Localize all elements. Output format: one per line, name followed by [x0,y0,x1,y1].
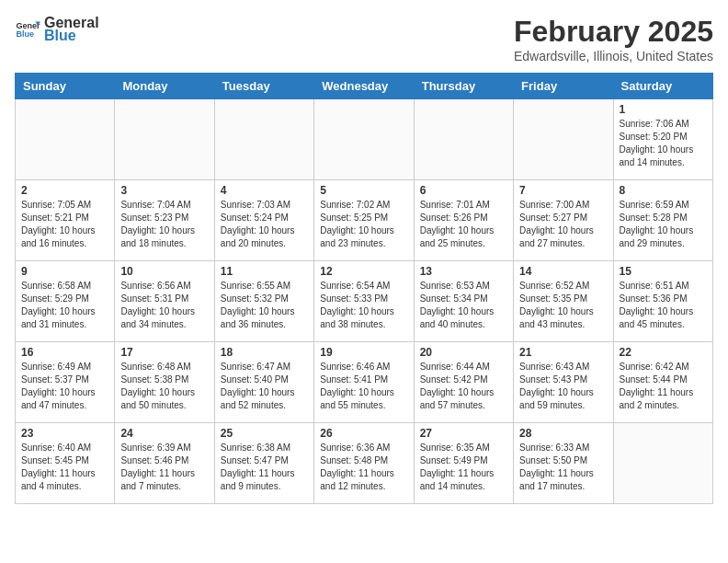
day-cell: 8Sunrise: 6:59 AM Sunset: 5:28 PM Daylig… [613,180,712,261]
day-cell: 16Sunrise: 6:49 AM Sunset: 5:37 PM Dayli… [16,342,115,423]
day-number: 13 [420,265,507,278]
day-number: 5 [320,184,407,197]
day-number: 14 [519,265,607,278]
day-info: Sunrise: 6:35 AM Sunset: 5:49 PM Dayligh… [420,442,507,493]
day-info: Sunrise: 7:01 AM Sunset: 5:26 PM Dayligh… [420,199,507,250]
day-info: Sunrise: 6:42 AM Sunset: 5:44 PM Dayligh… [620,361,707,412]
day-header-wednesday: Wednesday [314,74,414,99]
logo-blue-text: Blue [44,28,99,44]
week-row-4: 16Sunrise: 6:49 AM Sunset: 5:37 PM Dayli… [16,342,713,423]
day-cell: 23Sunrise: 6:40 AM Sunset: 5:45 PM Dayli… [16,423,115,504]
day-info: Sunrise: 6:48 AM Sunset: 5:38 PM Dayligh… [120,361,208,412]
day-header-sunday: Sunday [16,74,115,99]
day-info: Sunrise: 6:47 AM Sunset: 5:40 PM Dayligh… [221,361,308,412]
day-cell [514,99,613,180]
day-info: Sunrise: 6:59 AM Sunset: 5:28 PM Dayligh… [620,199,707,250]
day-info: Sunrise: 7:03 AM Sunset: 5:24 PM Dayligh… [221,199,308,250]
days-of-week-row: SundayMondayTuesdayWednesdayThursdayFrid… [16,74,713,99]
day-info: Sunrise: 6:54 AM Sunset: 5:33 PM Dayligh… [320,280,407,331]
day-cell: 3Sunrise: 7:04 AM Sunset: 5:23 PM Daylig… [115,180,214,261]
day-cell: 6Sunrise: 7:01 AM Sunset: 5:26 PM Daylig… [414,180,513,261]
day-info: Sunrise: 7:02 AM Sunset: 5:25 PM Dayligh… [320,199,407,250]
day-info: Sunrise: 6:40 AM Sunset: 5:45 PM Dayligh… [21,442,108,493]
day-number: 6 [420,184,507,197]
day-info: Sunrise: 6:56 AM Sunset: 5:31 PM Dayligh… [120,280,208,331]
day-info: Sunrise: 6:58 AM Sunset: 5:29 PM Dayligh… [21,280,108,331]
day-cell [613,423,712,504]
day-info: Sunrise: 6:55 AM Sunset: 5:32 PM Dayligh… [221,280,308,331]
day-info: Sunrise: 6:39 AM Sunset: 5:46 PM Dayligh… [120,442,208,493]
svg-text:Blue: Blue [16,29,34,39]
calendar-header: SundayMondayTuesdayWednesdayThursdayFrid… [16,74,713,99]
day-header-monday: Monday [115,74,214,99]
day-number: 22 [620,346,707,359]
day-cell [314,99,414,180]
day-number: 3 [120,184,208,197]
day-info: Sunrise: 6:38 AM Sunset: 5:47 PM Dayligh… [221,442,308,493]
day-cell: 12Sunrise: 6:54 AM Sunset: 5:33 PM Dayli… [314,261,414,342]
day-number: 4 [221,184,308,197]
day-cell: 14Sunrise: 6:52 AM Sunset: 5:35 PM Dayli… [514,261,613,342]
day-info: Sunrise: 6:46 AM Sunset: 5:41 PM Dayligh… [320,361,407,412]
day-info: Sunrise: 6:52 AM Sunset: 5:35 PM Dayligh… [519,280,607,331]
day-number: 20 [420,346,507,359]
day-number: 15 [620,265,707,278]
day-number: 23 [21,427,108,440]
header: General Blue General Blue February 2025 … [15,15,713,63]
day-cell [214,99,313,180]
day-cell: 10Sunrise: 6:56 AM Sunset: 5:31 PM Dayli… [115,261,214,342]
day-cell: 21Sunrise: 6:43 AM Sunset: 5:43 PM Dayli… [514,342,613,423]
day-info: Sunrise: 6:33 AM Sunset: 5:50 PM Dayligh… [519,442,607,493]
day-cell: 17Sunrise: 6:48 AM Sunset: 5:38 PM Dayli… [115,342,214,423]
day-number: 7 [519,184,607,197]
day-info: Sunrise: 7:00 AM Sunset: 5:27 PM Dayligh… [519,199,607,250]
day-cell [414,99,513,180]
calendar: SundayMondayTuesdayWednesdayThursdayFrid… [15,73,713,504]
day-number: 11 [221,265,308,278]
day-info: Sunrise: 6:53 AM Sunset: 5:34 PM Dayligh… [420,280,507,331]
day-cell: 15Sunrise: 6:51 AM Sunset: 5:36 PM Dayli… [613,261,712,342]
day-cell: 5Sunrise: 7:02 AM Sunset: 5:25 PM Daylig… [314,180,414,261]
day-info: Sunrise: 7:06 AM Sunset: 5:20 PM Dayligh… [620,118,707,169]
day-number: 25 [221,427,308,440]
day-cell: 20Sunrise: 6:44 AM Sunset: 5:42 PM Dayli… [414,342,513,423]
day-number: 1 [620,103,707,116]
day-cell: 1Sunrise: 7:06 AM Sunset: 5:20 PM Daylig… [613,99,712,180]
day-info: Sunrise: 6:44 AM Sunset: 5:42 PM Dayligh… [420,361,507,412]
day-number: 16 [21,346,108,359]
day-number: 26 [320,427,407,440]
day-info: Sunrise: 6:49 AM Sunset: 5:37 PM Dayligh… [21,361,108,412]
day-cell: 24Sunrise: 6:39 AM Sunset: 5:46 PM Dayli… [115,423,214,504]
logo: General Blue General Blue [15,15,99,43]
day-info: Sunrise: 6:36 AM Sunset: 5:48 PM Dayligh… [320,442,407,493]
day-cell [16,99,115,180]
day-number: 28 [519,427,607,440]
day-info: Sunrise: 7:04 AM Sunset: 5:23 PM Dayligh… [120,199,208,250]
day-cell: 25Sunrise: 6:38 AM Sunset: 5:47 PM Dayli… [214,423,313,504]
day-number: 24 [120,427,208,440]
day-cell: 2Sunrise: 7:05 AM Sunset: 5:21 PM Daylig… [16,180,115,261]
day-number: 27 [420,427,507,440]
day-cell: 9Sunrise: 6:58 AM Sunset: 5:29 PM Daylig… [16,261,115,342]
day-number: 12 [320,265,407,278]
day-number: 19 [320,346,407,359]
day-cell: 27Sunrise: 6:35 AM Sunset: 5:49 PM Dayli… [414,423,513,504]
day-number: 10 [120,265,208,278]
week-row-2: 2Sunrise: 7:05 AM Sunset: 5:21 PM Daylig… [16,180,713,261]
day-header-thursday: Thursday [414,74,513,99]
logo-icon: General Blue [15,17,40,42]
week-row-1: 1Sunrise: 7:06 AM Sunset: 5:20 PM Daylig… [16,99,713,180]
day-cell: 13Sunrise: 6:53 AM Sunset: 5:34 PM Dayli… [414,261,513,342]
day-cell: 7Sunrise: 7:00 AM Sunset: 5:27 PM Daylig… [514,180,613,261]
week-row-3: 9Sunrise: 6:58 AM Sunset: 5:29 PM Daylig… [16,261,713,342]
day-cell: 18Sunrise: 6:47 AM Sunset: 5:40 PM Dayli… [214,342,313,423]
day-cell: 4Sunrise: 7:03 AM Sunset: 5:24 PM Daylig… [214,180,313,261]
day-cell: 19Sunrise: 6:46 AM Sunset: 5:41 PM Dayli… [314,342,414,423]
day-cell [115,99,214,180]
title-area: February 2025 Edwardsville, Illinois, Un… [514,15,713,63]
day-info: Sunrise: 6:51 AM Sunset: 5:36 PM Dayligh… [620,280,707,331]
day-number: 9 [21,265,108,278]
day-header-saturday: Saturday [613,74,712,99]
day-header-tuesday: Tuesday [214,74,313,99]
day-number: 21 [519,346,607,359]
